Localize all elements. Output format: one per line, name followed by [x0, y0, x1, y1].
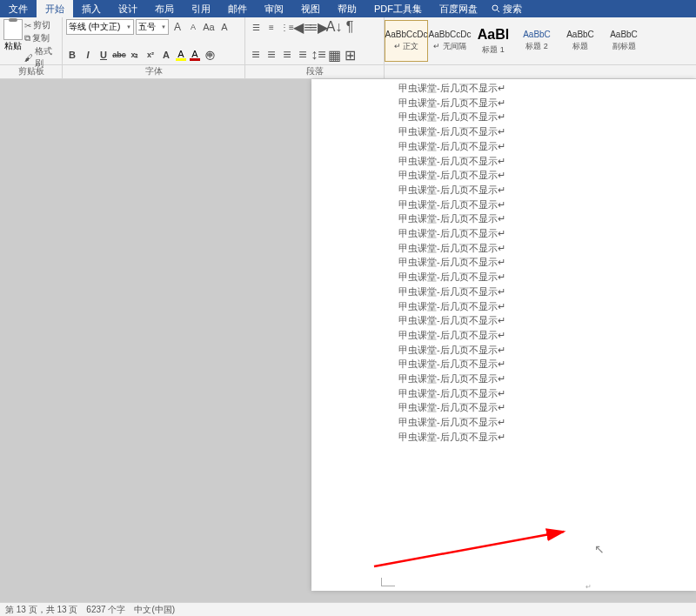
tab-file[interactable]: 文件	[0, 0, 37, 17]
font-size-value: 五号	[138, 21, 156, 33]
document-line[interactable]: 甲虫课堂-后几页不显示↵	[311, 430, 696, 445]
paste-label: 粘贴	[4, 40, 22, 52]
document-page[interactable]: 甲虫课堂-后几页不显示↵甲虫课堂-后几页不显示↵甲虫课堂-后几页不显示↵甲虫课堂…	[311, 79, 696, 591]
document-line[interactable]: 甲虫课堂-后几页不显示↵	[311, 139, 696, 154]
tell-me-search[interactable]: 搜索	[486, 3, 527, 16]
tab-insert[interactable]: 插入	[73, 0, 110, 17]
copy-label: 复制	[32, 32, 50, 44]
increase-indent-button[interactable]: ≡▶	[311, 20, 325, 34]
underline-button[interactable]: U	[97, 48, 110, 62]
document-line[interactable]: 甲虫课堂-后几页不显示↵	[311, 313, 696, 328]
copy-icon: ⧉	[24, 33, 30, 44]
document-line[interactable]: 甲虫课堂-后几页不显示↵	[311, 357, 696, 372]
annotation-arrow	[372, 527, 572, 571]
document-line[interactable]: 甲虫课堂-后几页不显示↵	[311, 386, 696, 401]
change-case-button[interactable]: Aa	[202, 20, 216, 34]
document-line[interactable]: 甲虫课堂-后几页不显示↵	[311, 343, 696, 358]
style-标题[interactable]: AaBbC标题	[559, 20, 602, 62]
document-line[interactable]: 甲虫课堂-后几页不显示↵	[311, 198, 696, 212]
align-right-button[interactable]: ≡	[280, 48, 294, 62]
bullets-button[interactable]: ☰	[249, 20, 263, 34]
superscript-button[interactable]: x²	[144, 48, 157, 62]
style-副标题[interactable]: AaBbC副标题	[602, 20, 646, 62]
font-label: 字体	[63, 65, 245, 78]
tab-design[interactable]: 设计	[110, 0, 146, 17]
document-line[interactable]: 甲虫课堂-后几页不显示↵	[311, 124, 696, 139]
document-line[interactable]: 甲虫课堂-后几页不显示↵	[311, 211, 696, 226]
brush-icon: 🖌	[24, 53, 33, 63]
tab-mailings[interactable]: 邮件	[219, 0, 256, 17]
tab-review[interactable]: 审阅	[256, 0, 292, 17]
clear-format-button[interactable]: A	[218, 20, 231, 34]
align-left-button[interactable]: ≡	[249, 48, 263, 62]
highlight-button[interactable]: A	[176, 50, 186, 61]
tab-baidu-netdisk[interactable]: 百度网盘	[431, 0, 486, 17]
font-name-selector[interactable]: 等线 (中文正)▼	[66, 19, 134, 35]
subscript-button[interactable]: x₂	[129, 48, 141, 62]
language-status[interactable]: 中文(中国)	[134, 604, 175, 616]
line-spacing-button[interactable]: ↕≡	[311, 48, 325, 62]
document-line[interactable]: 甲虫课堂-后几页不显示↵	[311, 110, 696, 124]
cut-button[interactable]: ✂剪切	[24, 19, 58, 31]
document-line[interactable]: 甲虫课堂-后几页不显示↵	[311, 270, 696, 285]
shading-button[interactable]: ▦	[327, 48, 341, 62]
shrink-font-button[interactable]: A	[186, 20, 200, 34]
svg-line-1	[498, 10, 500, 13]
document-line[interactable]: 甲虫课堂-后几页不显示↵	[311, 183, 696, 198]
tab-pdf-tools[interactable]: PDF工具集	[365, 0, 431, 17]
document-line[interactable]: 甲虫课堂-后几页不显示↵	[311, 226, 696, 241]
page-status[interactable]: 第 13 页，共 13 页	[5, 604, 77, 616]
strikethrough-button[interactable]: abc	[113, 48, 125, 62]
style-name-label: 副标题	[612, 41, 636, 52]
document-line[interactable]: 甲虫课堂-后几页不显示↵	[311, 168, 696, 183]
sort-button[interactable]: A↓	[327, 20, 341, 34]
style-name-label: ↵ 正文	[394, 41, 419, 52]
document-line[interactable]: 甲虫课堂-后几页不显示↵	[311, 372, 696, 386]
tab-view[interactable]: 视图	[292, 0, 329, 17]
status-bar: 第 13 页，共 13 页 6237 个字 中文(中国)	[0, 602, 696, 616]
document-line[interactable]: 甲虫课堂-后几页不显示↵	[311, 285, 696, 299]
style-正文[interactable]: AaBbCcDc↵ 正文	[385, 20, 428, 62]
style-name-label: ↵ 无间隔	[433, 41, 466, 52]
document-line[interactable]: 甲虫课堂-后几页不显示↵	[311, 154, 696, 169]
document-line[interactable]: 甲虫课堂-后几页不显示↵	[311, 241, 696, 256]
highlight-color-swatch	[176, 58, 186, 61]
tab-help[interactable]: 帮助	[329, 0, 365, 17]
svg-point-0	[492, 5, 498, 10]
document-line[interactable]: 甲虫课堂-后几页不显示↵	[311, 415, 696, 430]
styles-group: AaBbCcDc↵ 正文AaBbCcDc↵ 无间隔AaBl标题 1AaBbC标题…	[385, 17, 696, 64]
search-icon	[492, 4, 500, 13]
document-line[interactable]: 甲虫课堂-后几页不显示↵	[311, 328, 696, 343]
numbering-button[interactable]: ≡	[264, 20, 278, 34]
document-line[interactable]: 甲虫课堂-后几页不显示↵	[311, 81, 696, 96]
document-line[interactable]: 甲虫课堂-后几页不显示↵	[311, 96, 696, 110]
document-line[interactable]: 甲虫课堂-后几页不显示↵	[311, 299, 696, 314]
scissors-icon: ✂	[24, 21, 31, 30]
text-effects-button[interactable]: A	[160, 48, 172, 62]
justify-button[interactable]: ≡	[296, 48, 310, 62]
style-标题2[interactable]: AaBbC标题 2	[515, 20, 559, 62]
tab-home[interactable]: 开始	[37, 0, 73, 17]
borders-button[interactable]: ⊞	[343, 48, 357, 62]
bold-button[interactable]: B	[66, 48, 78, 62]
document-line[interactable]: 甲虫课堂-后几页不显示↵	[311, 255, 696, 270]
font-color-button[interactable]: A	[190, 50, 200, 61]
font-size-selector[interactable]: 五号▼	[136, 19, 169, 35]
document-line[interactable]: 甲虫课堂-后几页不显示↵	[311, 400, 696, 415]
menu-bar: 文件 开始 插入 设计 布局 引用 邮件 审阅 视图 帮助 PDF工具集 百度网…	[0, 0, 696, 17]
show-marks-button[interactable]: ¶	[343, 20, 357, 34]
align-center-button[interactable]: ≡	[264, 48, 278, 62]
decrease-indent-button[interactable]: ◀≡	[296, 20, 310, 34]
copy-button[interactable]: ⧉复制	[24, 32, 58, 44]
multilevel-list-button[interactable]: ⋮≡	[280, 20, 294, 34]
tab-references[interactable]: 引用	[183, 0, 219, 17]
italic-button[interactable]: I	[82, 48, 94, 62]
word-count[interactable]: 6237 个字	[86, 604, 125, 616]
tab-layout[interactable]: 布局	[146, 0, 183, 17]
style-标题1[interactable]: AaBl标题 1	[472, 20, 515, 62]
grow-font-button[interactable]: A	[171, 20, 184, 34]
style-preview: AaBbCcDc	[385, 30, 428, 39]
paste-button[interactable]: 粘贴	[3, 19, 23, 70]
style-无间隔[interactable]: AaBbCcDc↵ 无间隔	[428, 20, 472, 62]
enclose-char-button[interactable]: ㊥	[204, 48, 216, 62]
